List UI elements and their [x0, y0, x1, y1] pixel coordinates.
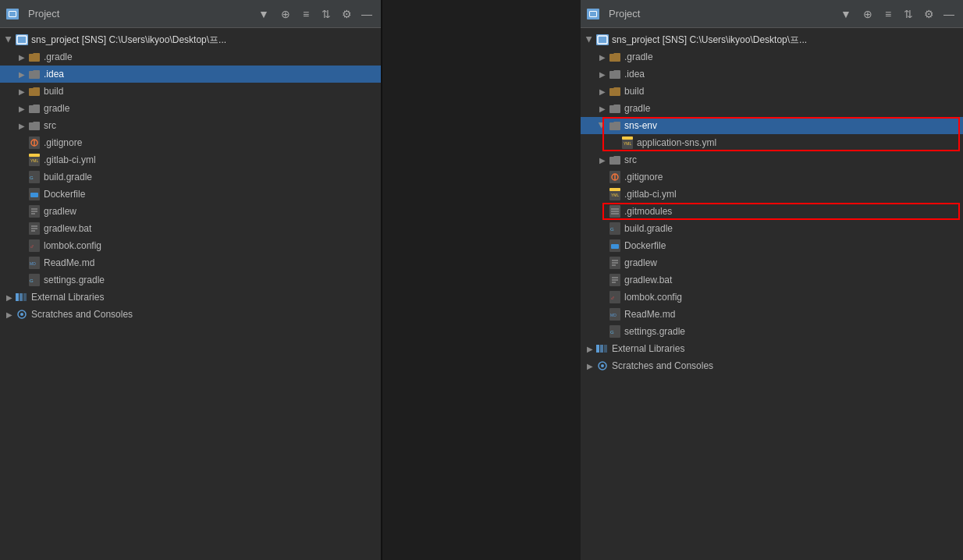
tree-item-gradle_right[interactable]: ▶ .gradle — [581, 48, 963, 66]
tree-item-src_left[interactable]: ▶ src — [0, 117, 381, 134]
tree-item-src_right[interactable]: ▶ src — [581, 151, 963, 168]
tree-item-external_left[interactable]: ▶External Libraries — [0, 289, 381, 306]
chevron-snsenv_right: ▶ — [596, 119, 609, 132]
right-tree: ▶sns_project [SNS] C:\Users\ikyoo\Deskto… — [581, 28, 963, 560]
right-settings-btn[interactable]: ⚙ — [921, 6, 936, 22]
chevron-sns_project: ▶ — [3, 34, 16, 46]
left-dropdown-btn[interactable]: ▼ — [256, 6, 272, 22]
left-minimize-btn[interactable]: — — [359, 6, 375, 22]
label-gradle_left: .gradle — [44, 51, 73, 62]
svg-text:G: G — [610, 227, 614, 232]
tree-item-gradle2_right[interactable]: ▶ gradle — [581, 100, 963, 117]
right-sort-btn[interactable]: ⇅ — [901, 6, 916, 22]
icon-idea_left — [28, 68, 41, 80]
right-collapse-btn[interactable]: ≡ — [880, 6, 896, 22]
tree-item-gradlew_right[interactable]: gradlew — [581, 254, 963, 271]
svg-rect-11 — [30, 193, 38, 197]
left-collapse-btn[interactable]: ≡ — [298, 6, 314, 22]
svg-rect-26 — [16, 293, 19, 301]
label-dockerfile_right: Dockerfile — [624, 240, 666, 251]
icon-gitlabci_right: YML — [609, 188, 621, 200]
tree-item-gradlew_left[interactable]: gradlew — [0, 203, 381, 220]
icon-buildgradle_left: G — [28, 171, 41, 183]
tree-item-dockerfile_right[interactable]: Dockerfile — [581, 237, 963, 254]
label-readme_right: ReadMe.md — [624, 309, 675, 320]
right-add-btn[interactable]: ⊕ — [860, 6, 876, 22]
icon-src_right — [609, 154, 621, 166]
label-gradle_right: .gradle — [624, 51, 653, 62]
left-settings-btn[interactable]: ⚙ — [339, 6, 354, 22]
icon-gradlewbat_left — [28, 222, 41, 235]
svg-rect-49 — [611, 244, 619, 249]
right-minimize-btn[interactable]: — — [941, 6, 957, 22]
icon-build_left — [28, 85, 41, 97]
chevron-gradle_left: ▶ — [16, 51, 28, 63]
left-toolbar: Project ▼ ⊕ ≡ ⇅ ⚙ — — [0, 0, 381, 28]
svg-text:G: G — [30, 278, 34, 283]
tree-item-idea_left[interactable]: ▶ .idea — [0, 66, 381, 83]
tree-item-readme_right[interactable]: MDReadMe.md — [581, 306, 963, 323]
tree-item-build_left[interactable]: ▶ build — [0, 83, 381, 100]
tree-item-applicationsns_right[interactable]: YMLapplication-sns.yml — [581, 134, 963, 151]
svg-text:YML: YML — [611, 193, 620, 197]
tree-item-lombok_right[interactable]: ♂lombok.config — [581, 289, 963, 306]
tree-item-gitignore_right[interactable]: .gitignore — [581, 168, 963, 186]
tree-item-buildgradle_right[interactable]: Gbuild.gradle — [581, 220, 963, 237]
tree-item-lombok_left[interactable]: ♂lombok.config — [0, 237, 381, 254]
label-readme_left: ReadMe.md — [44, 257, 94, 268]
right-dropdown-btn[interactable]: ▼ — [838, 6, 854, 22]
left-add-btn[interactable]: ⊕ — [278, 6, 293, 22]
tree-item-dockerfile_left[interactable]: Dockerfile — [0, 186, 381, 203]
tree-item-external_right[interactable]: ▶External Libraries — [581, 340, 963, 357]
svg-rect-34 — [622, 136, 633, 140]
label-sns_project: sns_project [SNS] C:\Users\ikyoo\Desktop… — [31, 34, 226, 47]
icon-gitlabci_left: YML — [28, 154, 41, 166]
tree-item-gitignore_left[interactable]: .gitignore — [0, 134, 381, 151]
chevron-gradle_right: ▶ — [596, 51, 609, 63]
tree-item-gitlabci_left[interactable]: YML.gitlab-ci.yml — [0, 151, 381, 168]
icon-readme_left: MD — [28, 257, 41, 269]
chevron-build_right: ▶ — [596, 85, 609, 97]
right-toolbar: Project ▼ ⊕ ≡ ⇅ ⚙ — — [581, 0, 963, 28]
right-panel: Project ▼ ⊕ ≡ ⇅ ⚙ — ▶sns_project [SNS] C… — [581, 0, 963, 560]
chevron-sns_project_r: ▶ — [584, 34, 596, 46]
tree-item-idea_right[interactable]: ▶ .idea — [581, 66, 963, 83]
chevron-gradle2_right: ▶ — [596, 102, 609, 115]
left-sort-btn[interactable]: ⇅ — [318, 6, 334, 22]
tree-item-gradle_left[interactable]: ▶ .gradle — [0, 48, 381, 66]
chevron-external_right: ▶ — [584, 342, 596, 355]
svg-rect-28 — [23, 293, 27, 301]
tree-item-gitlabci_right[interactable]: YML.gitlab-ci.yml — [581, 186, 963, 203]
tree-item-readme_left[interactable]: MDReadMe.md — [0, 254, 381, 271]
tree-item-gradlewbat_right[interactable]: gradlew.bat — [581, 271, 963, 289]
gap — [382, 0, 579, 560]
tree-item-gitmodules_right[interactable]: .gitmodules — [581, 203, 963, 220]
label-external_right: External Libraries — [612, 343, 684, 354]
tree-item-buildgradle_left[interactable]: Gbuild.gradle — [0, 168, 381, 186]
tree-item-scratches_left[interactable]: ▶Scratches and Consoles — [0, 306, 381, 323]
icon-gitignore_right — [609, 171, 621, 183]
icon-gradlewbat_right — [609, 274, 621, 286]
project-icon-right — [587, 9, 599, 19]
svg-point-30 — [20, 313, 23, 316]
label-gradlewbat_left: gradlew.bat — [44, 223, 91, 234]
tree-item-scratches_right[interactable]: ▶Scratches and Consoles — [581, 357, 963, 374]
tree-item-gradlewbat_left[interactable]: gradlew.bat — [0, 220, 381, 237]
tree-item-snsenv_right[interactable]: ▶ sns-env — [581, 117, 963, 134]
tree-item-sns_project_r[interactable]: ▶sns_project [SNS] C:\Users\ikyoo\Deskto… — [581, 31, 963, 48]
tree-item-sns_project[interactable]: ▶sns_project [SNS] C:\Users\ikyoo\Deskto… — [0, 31, 381, 48]
svg-text:MD: MD — [30, 261, 36, 266]
icon-src_left — [28, 119, 41, 132]
icon-snsenv_right — [609, 119, 621, 132]
label-idea_right: .idea — [624, 69, 645, 80]
tree-item-settings_right[interactable]: Gsettings.gradle — [581, 323, 963, 340]
label-gradle2_left: gradle — [44, 103, 69, 114]
tree-item-gradle2_left[interactable]: ▶ gradle — [0, 100, 381, 117]
icon-sns_project_r — [596, 34, 609, 46]
left-panel: Project ▼ ⊕ ≡ ⇅ ⚙ — ▶sns_project [SNS] C… — [0, 0, 382, 560]
label-dockerfile_left: Dockerfile — [44, 189, 85, 200]
tree-item-build_right[interactable]: ▶ build — [581, 83, 963, 100]
icon-idea_right — [609, 68, 621, 80]
chevron-scratches_right: ▶ — [584, 360, 596, 372]
tree-item-settings_left[interactable]: Gsettings.gradle — [0, 271, 381, 289]
